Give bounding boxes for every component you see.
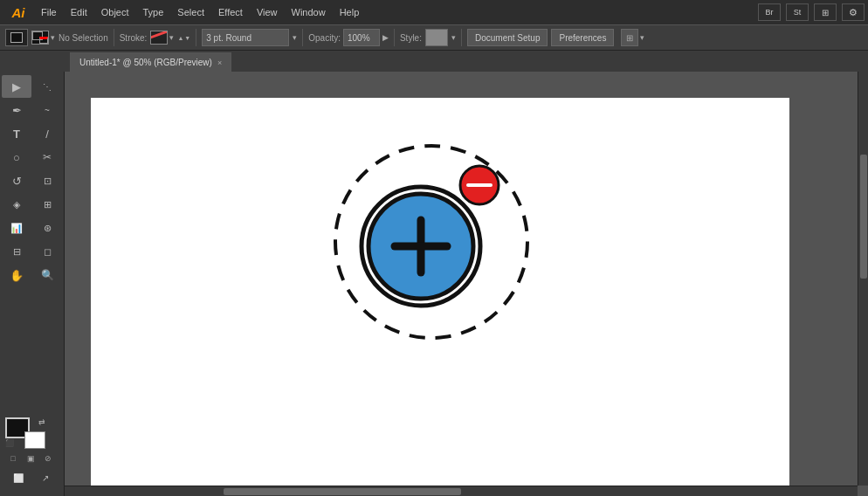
menu-effect[interactable]: Effect <box>212 0 249 24</box>
puppet-warp-icon: ⊞ <box>44 199 52 210</box>
swap-colors-icon[interactable]: ⇄ <box>38 417 45 426</box>
stroke-dropdown-arrow[interactable]: ▾ <box>169 33 174 42</box>
color-boxes-area: ⇄ ⬛ □ ▣ ⊘ ⬜ ↗ <box>2 414 62 493</box>
puppet-warp-tool[interactable]: ⊞ <box>32 193 62 216</box>
workspaces-icon[interactable]: ⊞ <box>814 3 837 21</box>
hand-icon: ✋ <box>10 269 24 282</box>
opacity-area: Opacity: ▶ <box>308 29 389 46</box>
document-setup-button[interactable]: Document Setup <box>467 29 548 46</box>
pen-icon: ✒ <box>12 104 22 117</box>
tools-panel: ▶ ⋱ ✒ ~ T / ○ ✂ <box>0 72 65 496</box>
color-mode-icons: □ ▣ ⊘ <box>5 452 59 465</box>
warp-tool[interactable]: ⊡ <box>32 169 62 192</box>
main-area: ▶ ⋱ ✒ ~ T / ○ ✂ <box>0 72 868 496</box>
curvature-tool[interactable]: ~ <box>32 99 62 121</box>
style-label: Style: <box>400 33 422 43</box>
canvas-area <box>65 72 868 496</box>
fill-color-box[interactable] <box>5 29 28 46</box>
stroke-swatch[interactable] <box>150 31 168 45</box>
direct-selection-tool[interactable]: ⋱ <box>32 75 62 98</box>
change-screen-mode[interactable]: ⬜ <box>5 466 31 489</box>
reset-colors-icon[interactable]: ⬛ <box>5 439 14 447</box>
menu-type[interactable]: Type <box>137 0 170 24</box>
screen-mode-icon: ⬜ <box>13 473 24 483</box>
opacity-input[interactable] <box>343 29 380 46</box>
menu-edit[interactable]: Edit <box>65 0 93 24</box>
document-tab[interactable]: Untitled-1* @ 50% (RGB/Preview) × <box>70 52 231 72</box>
top-toolbar: ▾ No Selection Stroke: ▾ ▲ ▼ ▾ Opacity: … <box>0 24 868 51</box>
extra-arrow[interactable]: ▾ <box>640 33 644 42</box>
free-transform-icon: ◈ <box>13 199 20 210</box>
color-fg-bg-widget: ⇄ ⬛ <box>5 417 45 449</box>
stroke-up-arrow[interactable]: ▲ <box>177 35 183 41</box>
artboard-nav-icon: ↗ <box>42 473 49 483</box>
bridge-icon[interactable]: Br <box>758 3 781 21</box>
h-scroll-thumb[interactable] <box>224 488 461 495</box>
selection-icon: ▶ <box>12 80 21 93</box>
horizontal-scrollbar[interactable] <box>65 486 858 496</box>
menu-view[interactable]: View <box>251 0 284 24</box>
menu-object[interactable]: Object <box>95 0 135 24</box>
tab-bar: Untitled-1* @ 50% (RGB/Preview) × <box>0 51 868 72</box>
ellipse-icon: ○ <box>13 151 20 164</box>
style-swatch[interactable] <box>425 29 448 46</box>
divider-1 <box>114 29 114 46</box>
graph-tool[interactable]: 📊 <box>2 217 31 239</box>
hand-tool[interactable]: ✋ <box>2 264 31 286</box>
scissors-icon: ✂ <box>43 151 52 163</box>
artwork-svg <box>300 107 562 369</box>
menu-select[interactable]: Select <box>171 0 210 24</box>
menu-help[interactable]: Help <box>334 0 366 24</box>
scissors-tool[interactable]: ✂ <box>32 146 62 169</box>
symbol-icon: ⊛ <box>44 223 52 234</box>
free-transform-tool[interactable]: ◈ <box>2 193 31 216</box>
v-scroll-thumb[interactable] <box>860 155 867 279</box>
tool-row-8: ⊟ ◻ <box>2 240 62 263</box>
curvature-icon: ~ <box>45 106 50 115</box>
menu-window[interactable]: Window <box>286 0 332 24</box>
artboard-nav[interactable]: ↗ <box>32 466 59 489</box>
menu-file[interactable]: File <box>35 0 63 24</box>
symbol-tool[interactable]: ⊛ <box>32 217 62 239</box>
zoom-icon: 🔍 <box>41 269 54 281</box>
fill-swatch[interactable] <box>31 31 49 45</box>
pen-tool[interactable]: ✒ <box>2 99 31 121</box>
stroke-width-input[interactable] <box>202 29 289 46</box>
tool-row-3: T / <box>2 122 62 145</box>
tool-row-9: ✋ 🔍 <box>2 264 62 286</box>
eraser-tool[interactable]: ◻ <box>32 240 62 263</box>
tab-close-button[interactable]: × <box>217 59 222 67</box>
stroke-down-arrow[interactable]: ▼ <box>184 35 190 41</box>
ku-icon[interactable]: ⚙ <box>842 3 865 21</box>
gradient-mode-icon[interactable]: ▣ <box>23 452 38 465</box>
stock-icon[interactable]: St <box>786 3 809 21</box>
slice-tool[interactable]: ⊟ <box>2 240 31 263</box>
background-color[interactable] <box>24 431 45 449</box>
divider-2 <box>196 29 196 46</box>
stroke-profile-arrow[interactable]: ▾ <box>293 33 297 42</box>
graph-icon: 📊 <box>10 223 23 234</box>
extra-icon-1[interactable]: ⊞ <box>621 29 638 46</box>
tool-row-7: 📊 ⊛ <box>2 217 62 239</box>
type-icon: T <box>13 127 20 141</box>
rotate-tool[interactable]: ↺ <box>2 169 31 192</box>
ellipse-tool[interactable]: ○ <box>2 146 31 169</box>
tool-row-6: ◈ ⊞ <box>2 193 62 216</box>
type-tool[interactable]: T <box>2 122 31 145</box>
tab-title: Untitled-1* @ 50% (RGB/Preview) <box>79 58 212 67</box>
tool-row-1: ▶ ⋱ <box>2 75 62 98</box>
vertical-scrollbar[interactable] <box>858 72 868 486</box>
preferences-button[interactable]: Preferences <box>551 29 614 46</box>
opacity-arrow[interactable]: ▶ <box>382 33 389 42</box>
selection-tool[interactable]: ▶ <box>2 75 31 98</box>
rotate-icon: ↺ <box>12 175 22 188</box>
color-mode-icon[interactable]: □ <box>5 452 21 465</box>
line-tool[interactable]: / <box>32 122 62 145</box>
zoom-tool[interactable]: 🔍 <box>32 264 62 286</box>
none-mode-icon[interactable]: ⊘ <box>40 452 56 465</box>
divider-3 <box>302 29 303 46</box>
menu-icon-group: Br St ⊞ ⚙ <box>758 3 865 21</box>
divider-5 <box>461 29 462 46</box>
style-arrow[interactable]: ▾ <box>451 33 456 42</box>
fill-dropdown-arrow[interactable]: ▾ <box>51 33 55 42</box>
